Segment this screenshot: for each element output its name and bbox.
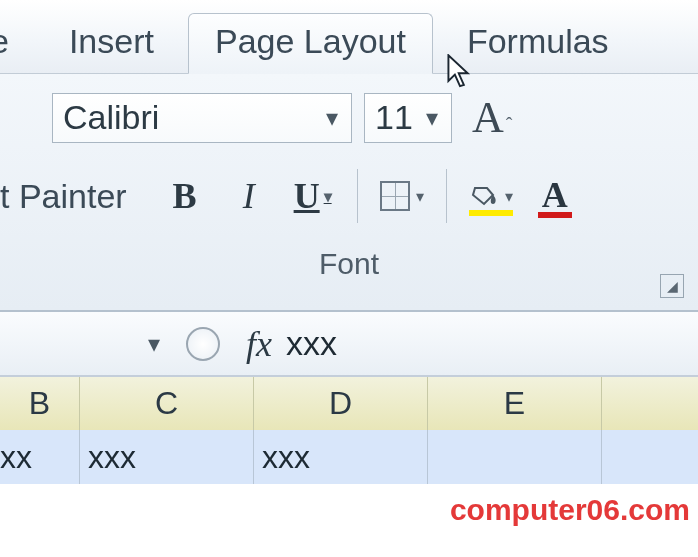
font-color-swatch (538, 212, 572, 218)
underline-button[interactable]: U ▾ (285, 171, 341, 221)
column-header[interactable]: C (80, 377, 254, 430)
cell[interactable]: xx (0, 430, 80, 484)
cancel-formula-icon[interactable] (186, 327, 220, 361)
font-color-button[interactable]: A (527, 171, 583, 221)
chevron-down-icon: ▾ (413, 104, 451, 132)
column-header[interactable]: E (428, 377, 602, 430)
chevron-down-icon: ▾ (148, 330, 160, 358)
tab-formulas[interactable]: Formulas (441, 14, 635, 73)
worksheet-area[interactable] (0, 484, 698, 557)
cell[interactable]: xxx (254, 430, 428, 484)
tab-insert[interactable]: Insert (43, 14, 180, 73)
grow-font-button[interactable]: A ˆ (472, 92, 512, 143)
paint-bucket-icon (469, 185, 499, 207)
bold-glyph: B (173, 175, 197, 217)
separator (357, 169, 358, 223)
insert-function-button[interactable]: fx (246, 323, 272, 365)
grow-font-glyph: A (472, 92, 504, 143)
fill-color-swatch (469, 210, 513, 216)
cell[interactable]: xxx (80, 430, 254, 484)
underline-glyph: U (294, 175, 320, 217)
border-icon (380, 181, 410, 211)
dialog-launcher-icon[interactable]: ◢ (660, 274, 684, 298)
name-box[interactable]: ▾ (40, 330, 160, 358)
column-header[interactable]: B (0, 377, 80, 430)
borders-button[interactable]: ▾ (374, 173, 430, 219)
separator (446, 169, 447, 223)
column-header[interactable]: D (254, 377, 428, 430)
italic-glyph: I (243, 175, 255, 217)
chevron-down-icon: ▾ (324, 187, 332, 206)
font-size-value: 11 (375, 98, 413, 137)
tab-page-layout[interactable]: Page Layout (188, 13, 433, 74)
font-name-value: Calibri (63, 98, 159, 137)
font-size-combobox[interactable]: 11 ▾ (364, 93, 452, 143)
chevron-down-icon: ▾ (416, 187, 424, 206)
font-name-combobox[interactable]: Calibri ▾ (52, 93, 352, 143)
tab-home-fragment[interactable]: e (0, 14, 35, 73)
fill-color-button[interactable]: ▾ (463, 173, 519, 219)
ribbon-group-label-font: Font (0, 247, 698, 281)
caret-up-icon: ˆ (506, 114, 513, 137)
formula-bar-value[interactable]: xxx (272, 324, 337, 363)
font-color-glyph: A (542, 174, 568, 216)
italic-button[interactable]: I (221, 171, 277, 221)
bold-button[interactable]: B (157, 171, 213, 221)
chevron-down-icon: ▾ (505, 187, 513, 206)
format-painter-fragment[interactable]: t Painter (0, 177, 137, 216)
cell[interactable] (428, 430, 602, 484)
chevron-down-icon: ▾ (313, 104, 351, 132)
